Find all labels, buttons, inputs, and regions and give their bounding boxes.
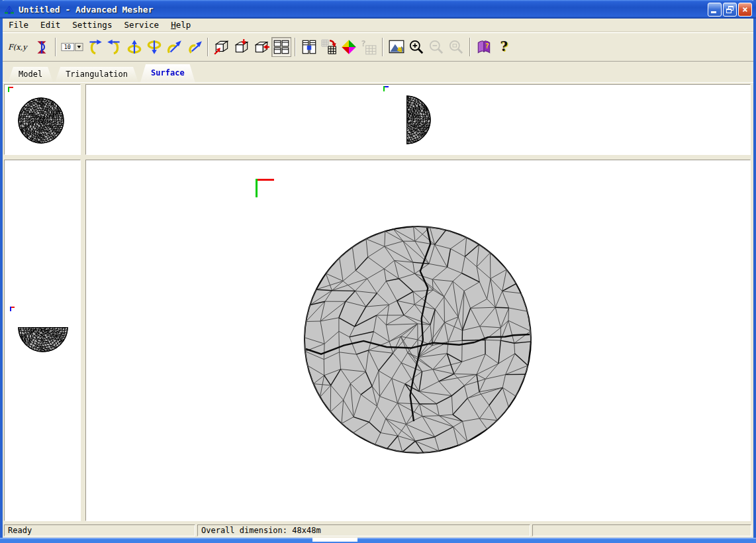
fxy-function-icon[interactable]: F(x,y bbox=[7, 37, 32, 57]
window-title: Untitled - Advanced Mesher bbox=[19, 5, 154, 15]
view-isometric-icon[interactable] bbox=[212, 37, 232, 57]
mesh-canvas-left bbox=[5, 160, 80, 520]
axis-v-bar bbox=[256, 179, 258, 197]
svg-text:?: ? bbox=[485, 42, 489, 50]
rotate-y-right-icon[interactable] bbox=[105, 37, 124, 57]
close-button[interactable]: × bbox=[738, 3, 752, 17]
status-ready: Ready bbox=[4, 524, 195, 536]
status-extra-panel bbox=[532, 524, 751, 536]
vertical-splitter[interactable] bbox=[81, 83, 85, 524]
menu-item-file[interactable]: File bbox=[3, 19, 34, 30]
mesh-refine-icon[interactable] bbox=[319, 37, 339, 57]
svg-text:?: ? bbox=[500, 39, 508, 54]
zoom-in-icon[interactable] bbox=[406, 37, 426, 57]
viewport-main[interactable] bbox=[85, 160, 751, 521]
menu-item-help[interactable]: Help bbox=[165, 19, 197, 30]
title-bar[interactable]: Untitled - Advanced Mesher × bbox=[0, 0, 756, 19]
mesh-canvas-top bbox=[86, 85, 750, 154]
rotate-z-cw-icon[interactable] bbox=[164, 37, 184, 57]
viewport-top-left[interactable] bbox=[4, 84, 81, 155]
toolbar-separator bbox=[382, 38, 383, 56]
status-bar: Ready Overall dimension: 48x48m bbox=[3, 523, 753, 538]
render-preview-icon[interactable] bbox=[387, 37, 406, 57]
axis-v-bar bbox=[10, 307, 11, 311]
mesh-canvas-top-left bbox=[5, 85, 80, 154]
mesh-tool-icon[interactable] bbox=[32, 37, 52, 57]
mesh-canvas-main bbox=[86, 160, 750, 520]
rotate-z-ccw-icon[interactable] bbox=[184, 37, 204, 57]
restore-button[interactable] bbox=[723, 3, 737, 17]
taskbar-gap bbox=[312, 538, 357, 542]
context-help-icon[interactable]: ?? bbox=[494, 37, 514, 57]
viewport-top[interactable] bbox=[85, 84, 751, 155]
tab-model[interactable]: Model bbox=[8, 67, 53, 82]
toolbar: F(x,y10???? bbox=[3, 32, 753, 62]
rotate-x-up-icon[interactable] bbox=[124, 37, 144, 57]
window-layout-icon[interactable] bbox=[271, 37, 291, 57]
help-contents-icon[interactable]: ? bbox=[474, 37, 494, 57]
toolbar-separator bbox=[207, 38, 209, 56]
tab-triangulation[interactable]: Triangulation bbox=[55, 67, 138, 82]
viewport-left[interactable] bbox=[4, 160, 81, 521]
tile-windows-icon[interactable] bbox=[299, 37, 319, 57]
svg-text:F(x,y: F(x,y bbox=[8, 42, 28, 52]
toolbar-separator bbox=[55, 38, 56, 56]
workspace bbox=[3, 82, 753, 523]
menu-item-edit[interactable]: Edit bbox=[34, 19, 66, 30]
desktop-taskbar-strip bbox=[0, 538, 756, 543]
toolbar-separator bbox=[295, 38, 296, 56]
tab-surface[interactable]: Surface bbox=[140, 64, 195, 82]
toolbar-separator bbox=[469, 38, 471, 56]
menu-item-service[interactable]: Service bbox=[118, 19, 165, 30]
rotate-x-down-icon[interactable] bbox=[144, 37, 164, 57]
axis-v-bar bbox=[383, 86, 385, 91]
status-dimension: Overall dimension: 48x48m bbox=[197, 524, 530, 536]
horizontal-splitter[interactable] bbox=[3, 155, 753, 160]
view-top-icon[interactable] bbox=[232, 37, 252, 57]
mesh-info-icon: ? bbox=[359, 37, 379, 57]
axis-v-bar bbox=[8, 87, 9, 92]
axis-h-bar bbox=[256, 179, 274, 181]
view-front-icon[interactable] bbox=[252, 37, 271, 57]
app-window: Untitled - Advanced Mesher × FileEditSet… bbox=[0, 0, 756, 543]
svg-text:10: 10 bbox=[64, 44, 71, 50]
shading-mode-icon[interactable] bbox=[339, 37, 359, 57]
svg-text:?: ? bbox=[361, 38, 366, 48]
tab-bar: Model Triangulation Surface bbox=[3, 62, 753, 82]
app-icon bbox=[4, 4, 15, 15]
menu-item-settings[interactable]: Settings bbox=[66, 19, 118, 30]
menu-bar: FileEditSettingsServiceHelp bbox=[3, 19, 753, 32]
minimize-button[interactable] bbox=[708, 3, 722, 17]
zoom-out-icon bbox=[426, 37, 446, 57]
display-count-dropdown[interactable]: 10 bbox=[60, 37, 85, 57]
rotate-y-left-icon[interactable] bbox=[85, 37, 105, 57]
zoom-extents-icon bbox=[446, 37, 466, 57]
